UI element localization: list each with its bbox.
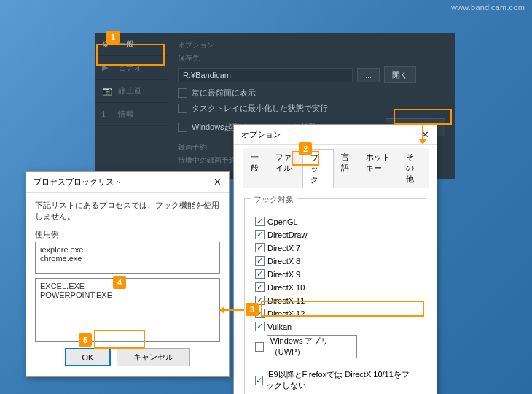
blocklist-input[interactable]: EXCEL.EXE POWERPOINT.EXE <box>35 278 220 342</box>
checkbox-dx8[interactable]: ✓ <box>255 256 265 266</box>
arrow-to-options <box>422 125 423 140</box>
checkbox-uwp[interactable] <box>255 342 264 352</box>
info-icon: ℹ <box>102 109 112 119</box>
blocklist-dialog-title: プロセスブロックリスト <box>34 177 122 188</box>
hook-target-group: フック対象 ✓OpenGL ✓DirectDraw ✓DirectX 7 ✓Di… <box>244 198 426 394</box>
callout-3: 3 <box>246 303 259 316</box>
label-dx12: DirectX 12 <box>267 309 305 318</box>
options-dialog: オプション ✕ 一般 ファイル フック 言語 ホットキー その他 フック対象 ✓… <box>233 124 437 394</box>
tab-language[interactable]: 言語 <box>333 148 359 188</box>
label-directdraw: DirectDraw <box>267 231 307 239</box>
section-option-label: オプション <box>178 40 445 50</box>
checkbox-minimize[interactable] <box>178 104 187 113</box>
label-dx9: DirectX 9 <box>267 270 300 279</box>
label-uwp: Windows アプリ（UWP） <box>267 335 357 358</box>
sidebar-item-general[interactable]: ⚙ 一般 <box>95 33 168 56</box>
sidebar: ⚙ 一般 ▶ ビデオ 📷 静止画 ℹ 情報 <box>95 33 168 179</box>
label-dx8: DirectX 8 <box>267 257 300 266</box>
blocklist-cancel-button[interactable]: キャンセル <box>117 348 190 366</box>
sidebar-item-label: 一般 <box>118 39 134 50</box>
callout-2: 2 <box>299 142 312 155</box>
label-topmost: 常に最前面に表示 <box>192 88 256 98</box>
label-opengl: OpenGL <box>267 217 298 226</box>
checkbox-vulkan[interactable]: ✓ <box>255 322 265 331</box>
camera-icon: 📷 <box>102 86 112 96</box>
blocklist-description: 下記リストにあるプロセスでは、フック機能を使用しません。 <box>35 200 220 222</box>
callout-4: 4 <box>113 276 126 289</box>
sidebar-item-image[interactable]: 📷 静止画 <box>95 80 168 103</box>
blocklist-dialog: プロセスブロックリスト ✕ 下記リストにあるプロセスでは、フック機能を使用しませ… <box>26 171 230 377</box>
section-save-label: 保存先 <box>178 53 445 63</box>
open-folder-button[interactable]: 開く <box>384 66 416 83</box>
label-vulkan: Vulkan <box>267 322 292 331</box>
save-path-input[interactable] <box>178 68 353 82</box>
checkbox-ie-ff[interactable]: ✓ <box>255 376 263 385</box>
options-dialog-title: オプション <box>241 129 281 140</box>
group-title-hook-targets: フック対象 <box>251 194 297 205</box>
tab-hotkey[interactable]: ホットキー <box>358 148 399 188</box>
blocklist-ok-button[interactable]: OK <box>65 348 112 366</box>
checkbox-dx10[interactable]: ✓ <box>255 282 265 292</box>
options-tabs: 一般 ファイル フック 言語 ホットキー その他 <box>243 148 428 188</box>
sidebar-item-label: ビデオ <box>118 62 142 73</box>
example-box: iexplore.exe chrome.exe <box>35 242 220 274</box>
checkbox-topmost[interactable] <box>178 88 187 98</box>
checkbox-directdraw[interactable]: ✓ <box>255 230 265 239</box>
label-dx7: DirectX 7 <box>267 244 300 252</box>
label-minimize: タスクトレイに最小化した状態で実行 <box>192 103 328 114</box>
label-dx10: DirectX 10 <box>267 283 305 292</box>
example-label: 使用例： <box>35 229 220 240</box>
arrow-to-blocklist-dialog <box>224 309 244 311</box>
close-icon[interactable]: ✕ <box>214 177 222 188</box>
label-ie-ff: IE9以降とFirefoxでは DirectX 10/11をフックしない <box>266 369 415 391</box>
tab-general[interactable]: 一般 <box>243 148 268 188</box>
checkbox-dx7[interactable]: ✓ <box>255 243 265 252</box>
sidebar-item-video[interactable]: ▶ ビデオ <box>95 56 168 80</box>
watermark: www.bandicam.com <box>451 3 525 12</box>
checkbox-opengl[interactable]: ✓ <box>255 217 265 226</box>
sidebar-item-info[interactable]: ℹ 情報 <box>95 103 168 126</box>
tab-other[interactable]: その他 <box>398 148 429 188</box>
sidebar-item-label: 静止画 <box>118 85 142 96</box>
callout-1: 1 <box>106 31 120 44</box>
video-icon: ▶ <box>102 63 112 72</box>
checkbox-startup[interactable] <box>178 123 187 132</box>
browse-button[interactable]: ... <box>357 68 380 82</box>
label-dx11: DirectX 11 <box>267 296 305 305</box>
checkbox-dx9[interactable]: ✓ <box>255 269 265 279</box>
sidebar-item-label: 情報 <box>118 109 134 120</box>
callout-5: 5 <box>79 333 92 347</box>
